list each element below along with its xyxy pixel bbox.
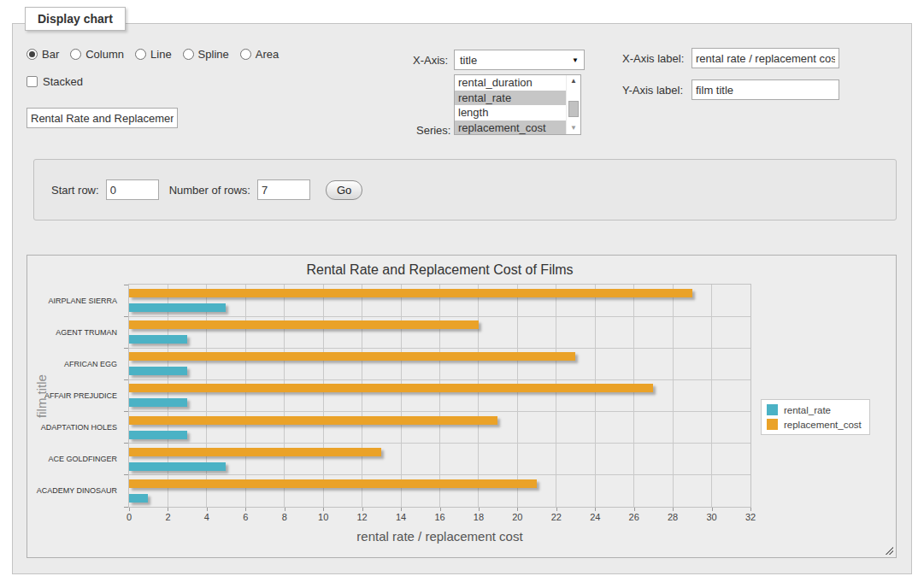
y-tick-mark [124,443,128,444]
category-label: ADAPTATION HOLES [27,412,123,444]
legend-swatch-icon [767,419,778,430]
y-axis-label-label: Y-Axis label: [622,84,683,97]
x-tick-label: 0 [116,512,142,522]
gridline-vertical [323,285,324,507]
x-tick-mark [168,508,168,511]
series-options: rental_durationrental_ratelengthreplacem… [455,75,566,134]
y-tick-mark [124,285,128,285]
x-tick-label: 32 [738,512,763,522]
x-axis-select-label: X-Axis: [413,54,448,67]
scroll-up-icon[interactable]: ▲ [567,75,580,87]
legend-swatch-icon [767,404,778,415]
gridline-horizontal [129,443,750,444]
num-rows-label: Number of rows: [169,184,250,197]
category-label: AFRICAN EGG [27,348,123,379]
gridline-vertical [556,285,556,507]
gridline-horizontal [129,348,750,349]
bar-rental_rate [129,431,187,439]
radio-option-area[interactable]: Area [240,48,279,61]
x-tick-mark [479,508,480,511]
bar-replacement_cost [129,320,479,329]
checkbox-box-icon[interactable] [26,76,38,87]
x-tick-mark [517,508,518,511]
x-tick-label: 28 [660,512,686,522]
gridline-vertical [168,285,168,507]
series-option-rental_rate[interactable]: rental_rate [455,91,566,106]
x-tick-mark [634,508,635,511]
gridline-vertical [362,285,362,507]
gridline-horizontal [129,316,750,317]
x-axis-select[interactable]: title ▼ [454,50,585,70]
gridline-vertical [439,285,440,507]
x-tick-label: 10 [310,512,336,522]
x-tick-mark [129,508,130,511]
start-row-label: Start row: [51,184,99,197]
stacked-label: Stacked [43,75,83,88]
go-button[interactable]: Go [326,180,362,200]
resize-grip-icon[interactable] [884,545,893,555]
x-tick-mark [285,508,285,511]
listbox-scrollbar[interactable]: ▲ ▼ [566,75,580,134]
legend-item-rental_rate: rental_rate [767,404,862,415]
gridline-vertical [284,285,285,507]
radio-label: Spline [198,48,229,61]
gridline-vertical [401,285,402,507]
series-option-rental_duration[interactable]: rental_duration [455,75,566,91]
x-tick-mark [207,508,208,511]
x-tick-mark [323,508,324,511]
x-axis-label-input[interactable] [692,48,839,68]
radio-option-line[interactable]: Line [135,48,172,61]
radio-option-column[interactable]: Column [70,48,124,61]
gridline-vertical [517,285,518,507]
scroll-down-icon[interactable]: ▼ [567,122,580,134]
gridline-vertical [673,285,674,507]
series-listbox[interactable]: rental_durationrental_ratelengthreplacem… [454,74,581,135]
bar-rental_rate [129,462,226,471]
bar-replacement_cost [129,289,692,297]
x-tick-label: 12 [350,512,375,522]
series-option-length[interactable]: length [455,105,566,121]
radio-option-bar[interactable]: Bar [26,48,59,61]
x-tick-label: 26 [621,512,647,522]
radio-icon[interactable] [135,49,146,60]
radio-icon[interactable] [26,49,38,60]
bar-rental_rate [129,303,226,312]
chart-x-axis-title: rental rate / replacement cost [128,529,751,544]
x-tick-label: 16 [427,512,453,522]
y-tick-mark [124,411,128,412]
radio-icon[interactable] [70,49,81,60]
legend-item-replacement_cost: replacement_cost [767,419,862,430]
gridline-vertical [633,285,634,507]
gridline-vertical [711,285,712,507]
chart-legend: rental_ratereplacement_cost [761,399,870,435]
y-axis-label-input[interactable] [692,79,839,100]
scrollbar-thumb[interactable] [568,101,579,117]
radio-label: Bar [42,48,59,61]
gridline-vertical [206,285,207,507]
radio-label: Column [85,48,124,61]
num-rows-input[interactable] [257,179,310,200]
x-tick-label: 24 [582,512,608,522]
stacked-checkbox[interactable]: Stacked [26,75,83,88]
x-tick-label: 4 [194,512,220,522]
display-chart-fieldset: Display chart BarColumnLineSplineArea St… [12,23,912,574]
series-option-replacement_cost[interactable]: replacement_cost [455,121,566,135]
x-tick-label: 18 [466,512,491,522]
radio-option-spline[interactable]: Spline [183,48,229,61]
chart-panel: Rental Rate and Replacement Cost of Film… [26,255,897,558]
x-tick-label: 2 [155,512,180,522]
y-tick-mark [124,348,128,349]
start-row-input[interactable] [106,179,159,200]
chart-title: Rental Rate and Replacement Cost of Film… [128,262,751,278]
radio-icon[interactable] [183,49,194,60]
bar-replacement_cost [129,479,537,488]
gridline-horizontal [129,474,750,475]
x-tick-mark [750,508,751,511]
radio-icon[interactable] [240,49,251,60]
gridline-vertical [595,285,596,507]
x-axis-selected-value: title [460,54,572,67]
chart-title-input[interactable] [26,108,178,128]
x-tick-mark [245,508,246,511]
plot-area [128,284,751,508]
gridline-horizontal [129,379,750,380]
